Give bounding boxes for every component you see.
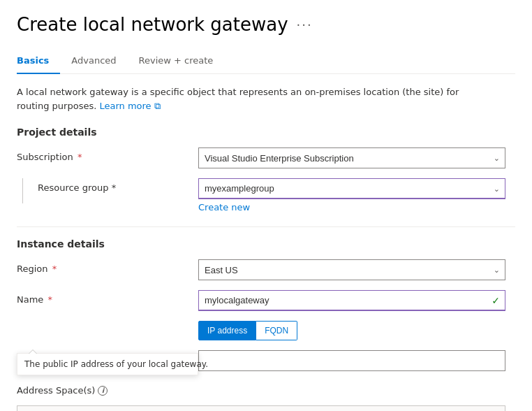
instance-details-section: Instance details Region * East US West U… bbox=[17, 238, 515, 411]
tab-review-create[interactable]: Review + create bbox=[139, 50, 225, 74]
address-space-input[interactable] bbox=[17, 405, 505, 411]
resource-group-required: * bbox=[109, 182, 117, 193]
subscription-control: Visual Studio Enterprise Subscription ⌄ bbox=[198, 147, 515, 168]
fqdn-toggle-button[interactable]: FQDN bbox=[256, 321, 297, 340]
region-row: Region * East US West US East US 2 ⌄ bbox=[17, 259, 515, 280]
ip-address-control bbox=[198, 350, 515, 371]
endpoint-tooltip-box: The public IP address of your local gate… bbox=[17, 353, 198, 375]
region-select[interactable]: East US West US East US 2 bbox=[198, 259, 505, 280]
ip-address-toggle-button[interactable]: IP address bbox=[198, 321, 256, 340]
tab-advanced[interactable]: Advanced bbox=[71, 50, 127, 74]
address-spaces-row: Address Space(s) i bbox=[17, 381, 515, 396]
resource-group-row: Resource group * myexamplegroup ⌄ Create… bbox=[17, 178, 515, 212]
region-label: Region * bbox=[17, 259, 198, 274]
page-title-row: Create local network gateway ··· bbox=[17, 14, 515, 35]
project-details-section: Project details Subscription * Visual St… bbox=[17, 127, 515, 212]
subscription-select[interactable]: Visual Studio Enterprise Subscription bbox=[198, 147, 505, 168]
subscription-required: * bbox=[75, 152, 82, 162]
name-input-wrapper: ✓ bbox=[198, 290, 505, 311]
subscription-select-wrapper: Visual Studio Enterprise Subscription ⌄ bbox=[198, 147, 505, 168]
ellipsis-menu-button[interactable]: ··· bbox=[297, 17, 313, 32]
tab-basics[interactable]: Basics bbox=[17, 50, 60, 74]
name-input[interactable] bbox=[198, 290, 505, 311]
project-details-header: Project details bbox=[17, 127, 515, 138]
endpoint-row: The public IP address of your local gate… bbox=[17, 321, 515, 340]
subscription-label: Subscription * bbox=[17, 147, 198, 162]
address-spaces-info-icon[interactable]: i bbox=[98, 386, 108, 396]
divider-1 bbox=[17, 226, 515, 227]
learn-more-link[interactable]: Learn more ⧉ bbox=[99, 101, 160, 111]
resource-group-control: myexamplegroup ⌄ Create new bbox=[198, 178, 515, 212]
resource-group-label: Resource group * bbox=[38, 178, 198, 193]
name-valid-check-icon: ✓ bbox=[492, 295, 500, 306]
resource-group-select-wrapper: myexamplegroup ⌄ bbox=[198, 178, 505, 199]
region-control: East US West US East US 2 ⌄ bbox=[198, 259, 515, 280]
endpoint-tooltip-col: The public IP address of your local gate… bbox=[17, 321, 198, 336]
create-new-resource-group-link[interactable]: Create new bbox=[198, 202, 250, 212]
name-row: Name * ✓ bbox=[17, 290, 515, 311]
page-title: Create local network gateway bbox=[17, 14, 288, 35]
region-required: * bbox=[50, 264, 57, 274]
region-select-wrapper: East US West US East US 2 ⌄ bbox=[198, 259, 505, 280]
tab-bar: Basics Advanced Review + create bbox=[17, 49, 515, 74]
indent-line bbox=[22, 178, 23, 203]
ip-address-input[interactable] bbox=[198, 350, 505, 371]
page-description: A local network gateway is a specific ob… bbox=[17, 85, 492, 113]
name-control: ✓ bbox=[198, 290, 515, 311]
instance-details-header: Instance details bbox=[17, 238, 515, 250]
endpoint-toggle-col: IP address FQDN bbox=[198, 321, 515, 340]
ip-address-input-wrapper bbox=[198, 350, 505, 371]
resource-group-select[interactable]: myexamplegroup bbox=[198, 178, 505, 199]
address-spaces-label-col: Address Space(s) i bbox=[17, 381, 198, 396]
address-space-input-row bbox=[17, 405, 515, 411]
address-spaces-label-wrapper: Address Space(s) i bbox=[17, 385, 198, 396]
name-label: Name * bbox=[17, 290, 198, 305]
external-link-icon: ⧉ bbox=[154, 101, 161, 111]
subscription-row: Subscription * Visual Studio Enterprise … bbox=[17, 147, 515, 168]
name-required: * bbox=[45, 294, 52, 305]
endpoint-toggle-group: IP address FQDN bbox=[198, 321, 515, 340]
indent-line-col bbox=[17, 178, 38, 203]
